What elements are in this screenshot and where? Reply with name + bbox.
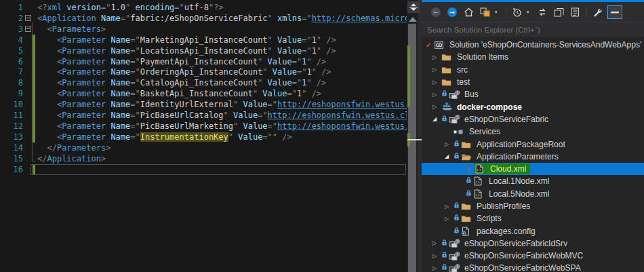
code-line-5[interactable]: 5 <Parameter Name="LocationsApi_Instance… xyxy=(0,45,407,56)
expand-arrow-icon[interactable]: ▷ xyxy=(432,54,441,60)
line-number[interactable]: 11 xyxy=(0,111,23,120)
lock-icon xyxy=(454,201,460,211)
line-number[interactable]: 7 xyxy=(0,67,23,77)
xml-icon xyxy=(475,164,487,174)
line-number[interactable]: 6 xyxy=(0,57,23,66)
tree-item-src[interactable]: ▷src xyxy=(422,64,644,76)
tree-item-solution-items[interactable]: ▷Solution Items xyxy=(422,51,644,63)
tree-item-solution-eshoponcontainers-servicesandwe[interactable]: ✔Solution 'eShopOnContainers-ServicesAnd… xyxy=(422,39,644,51)
line-number[interactable]: 3 xyxy=(0,24,23,34)
solution-explorer-panel: ←→▾▾ ✔Solution 'eShopOnContainers-Servic… xyxy=(422,0,644,272)
tree-item-packages-config[interactable]: packages.config xyxy=(422,225,644,237)
code-line-3[interactable]: 3 <Parameters> xyxy=(0,24,407,35)
expand-arrow-icon[interactable]: ▷ xyxy=(432,66,441,73)
code-line-1[interactable]: 1<?xml version="1.0" encoding="utf-8"?> xyxy=(0,2,407,13)
fold-margin xyxy=(23,56,33,67)
collapse-arrow-icon[interactable]: ◢ xyxy=(445,153,454,159)
search-solution-explorer-input[interactable] xyxy=(422,22,644,37)
code-line-14[interactable]: 14 </Parameters> xyxy=(0,142,407,153)
line-number[interactable]: 5 xyxy=(0,46,23,56)
expand-arrow-icon[interactable]: ▷ xyxy=(445,216,454,222)
tree-item-bus[interactable]: ▷Bus xyxy=(422,88,644,100)
collapse-arrow-icon[interactable]: ◢ xyxy=(432,116,441,122)
code-line-2[interactable]: 2<Application Name="fabric:/eShopOnServi… xyxy=(0,13,407,24)
home-button[interactable] xyxy=(462,5,475,19)
tree-item-docker-compose[interactable]: ▷docker-compose xyxy=(422,100,644,113)
xml-editor[interactable]: 1<?xml version="1.0" encoding="utf-8"?>2… xyxy=(0,0,407,272)
line-number[interactable]: 4 xyxy=(0,35,23,45)
expand-arrow-icon[interactable]: ▷ xyxy=(432,104,441,110)
dropdown-caret-icon[interactable]: ▾ xyxy=(527,5,532,19)
tree-item-applicationpackageroot[interactable]: ▷ApplicationPackageRoot xyxy=(422,138,644,150)
fold-margin xyxy=(23,45,33,56)
fold-margin xyxy=(23,164,33,175)
code-line-4[interactable]: 4 <Parameter Name="MarketingApi_Instance… xyxy=(0,35,407,45)
tree-item-label: eShopOnServiceFabric xyxy=(464,115,548,124)
tree-item-scripts[interactable]: ▷Scripts xyxy=(422,212,644,225)
collapse-all-button[interactable] xyxy=(552,5,565,19)
code-line-10[interactable]: 10 <Parameter Name="IdentityUrlExternal"… xyxy=(0,99,407,110)
code-line-15[interactable]: 15</Application> xyxy=(0,153,407,164)
tree-item-local-5node-xml[interactable]: Local.5Node.xml xyxy=(422,188,644,200)
line-number[interactable]: 16 xyxy=(0,165,23,174)
code-line-9[interactable]: 9 <Parameter Name="BasketApi_InstanceCou… xyxy=(0,88,407,99)
tree-item-eshoponservicefabricwebspa[interactable]: ▷eShopOnServiceFabricWebSPA xyxy=(422,262,644,272)
line-number[interactable]: 14 xyxy=(0,143,23,153)
code-text: <Parameter Name="CatalogApi_InstanceCoun… xyxy=(35,78,326,88)
tree-item-eshoponservicefabric[interactable]: ◢eShopOnServiceFabric xyxy=(422,113,644,125)
expand-arrow-icon[interactable]: ▷ xyxy=(432,265,441,271)
fold-margin xyxy=(23,132,33,142)
sync-with-active-document-button[interactable] xyxy=(536,5,548,19)
tree-item-label: Solution 'eShopOnContainers-ServicesAndW… xyxy=(449,40,644,50)
lock-icon xyxy=(441,263,448,272)
expand-arrow-icon[interactable]: ▷ xyxy=(432,253,441,259)
line-number[interactable]: 10 xyxy=(0,100,23,109)
tree-item-services[interactable]: Services xyxy=(422,125,644,138)
folder-icon xyxy=(461,214,473,222)
expand-arrow-icon[interactable]: ▷ xyxy=(432,79,441,85)
tree-item-publishprofiles[interactable]: ▷PublishProfiles xyxy=(422,200,644,212)
code-line-8[interactable]: 8 <Parameter Name="CatalogApi_InstanceCo… xyxy=(0,77,407,88)
line-number[interactable]: 15 xyxy=(0,154,23,163)
line-number[interactable]: 9 xyxy=(0,89,23,98)
lock-icon xyxy=(441,115,448,124)
fold-margin xyxy=(23,110,33,121)
expand-arrow-icon[interactable]: ▷ xyxy=(432,92,441,98)
code-text: <Parameter Name="PicBaseUrlMarketing" Va… xyxy=(35,121,407,131)
properties-button[interactable] xyxy=(591,5,603,19)
tree-item-cloud-xml[interactable]: ✔Cloud.xml xyxy=(422,163,644,175)
code-line-6[interactable]: 6 <Parameter Name="PaymentApi_InstanceCo… xyxy=(0,56,407,67)
tree-item-label: test xyxy=(457,77,470,87)
dropdown-caret-icon[interactable]: ▾ xyxy=(495,5,500,19)
code-line-16[interactable]: 16 xyxy=(0,164,407,175)
tree-item-applicationparameters[interactable]: ◢ApplicationParameters xyxy=(422,151,644,163)
tree-item-test[interactable]: ▷test xyxy=(422,76,644,88)
pending-changes-filter-button[interactable] xyxy=(510,5,523,19)
line-number[interactable]: 1 xyxy=(0,3,23,12)
split-window-handle-icon[interactable] xyxy=(407,1,420,13)
preview-selected-items-button[interactable] xyxy=(607,5,622,19)
show-all-files-button[interactable] xyxy=(569,5,581,19)
code-line-12[interactable]: 12 <Parameter Name="PicBaseUrlMarketing"… xyxy=(0,121,407,132)
xml-icon xyxy=(473,189,485,199)
tree-item-local-1node-xml[interactable]: Local.1Node.xml xyxy=(422,175,644,187)
expand-arrow-icon[interactable]: ▷ xyxy=(445,141,454,147)
code-line-13[interactable]: 13 <Parameter Name="InstrumentationKey" … xyxy=(0,132,407,142)
line-number[interactable]: 8 xyxy=(0,78,23,88)
line-number[interactable]: 13 xyxy=(0,132,23,142)
expand-arrow-icon[interactable]: ▷ xyxy=(432,240,441,246)
code-line-7[interactable]: 7 <Parameter Name="OrderingApi_InstanceC… xyxy=(0,67,407,78)
fold-collapse-box-icon[interactable] xyxy=(23,13,33,24)
line-number[interactable]: 2 xyxy=(0,14,23,23)
line-number[interactable]: 12 xyxy=(0,121,23,131)
back-button[interactable]: ← xyxy=(430,5,442,19)
switch-views-button[interactable] xyxy=(479,5,491,19)
tree-item-eshoponservicefabricidsrv[interactable]: ▷eShopOnServiceFabricIdSrv xyxy=(422,237,644,250)
scroll-up-arrow-icon[interactable] xyxy=(409,17,417,22)
expand-arrow-icon[interactable]: ▷ xyxy=(445,203,454,210)
forward-button[interactable]: → xyxy=(446,5,458,19)
code-line-11[interactable]: 11 <Parameter Name="PicBaseUrlCatalog" V… xyxy=(0,110,407,121)
fold-collapse-box-icon[interactable] xyxy=(23,24,33,35)
tree-item-label: eShopOnServiceFabricWebSPA xyxy=(464,263,581,272)
tree-item-eshoponservicefabricwebmvc[interactable]: ▷eShopOnServiceFabricWebMVC xyxy=(422,250,644,262)
